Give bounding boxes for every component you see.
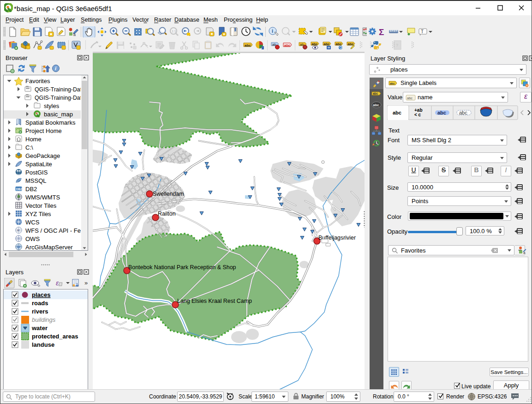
svg-text:Spatial Bookmarks: Spatial Bookmarks [25, 119, 76, 126]
svg-text:OWS: OWS [25, 235, 40, 242]
svg-text:abc: abc [437, 110, 446, 115]
svg-text:i: i [272, 28, 273, 34]
svg-text:Swellendam: Swellendam [153, 191, 184, 197]
svg-text:»: » [84, 279, 88, 286]
svg-text:MSSQL: MSSQL [25, 177, 47, 184]
svg-text:Favorites: Favorites [25, 78, 50, 84]
svg-text:abc: abc [324, 42, 330, 46]
svg-text:QGIS-Training-Data\s: QGIS-Training-Data\s [35, 95, 81, 101]
svg-text:Home: Home [25, 136, 42, 143]
svg-text:water: water [31, 325, 48, 332]
svg-text:a: a [73, 32, 76, 37]
svg-text:C:\: C:\ [25, 144, 33, 151]
svg-text:ArcGisMapServer: ArcGisMapServer [25, 244, 73, 251]
svg-text:Σ: Σ [379, 27, 384, 37]
svg-text:abc: abc [373, 92, 378, 95]
svg-text:Bontebok National Park Recepti: Bontebok National Park Reception & Shop [128, 264, 236, 271]
svg-text:?: ? [396, 43, 398, 48]
svg-text:DB2: DB2 [25, 186, 37, 193]
svg-text:landuse: landuse [32, 341, 54, 348]
svg-text:< c: < c [414, 112, 421, 117]
svg-text:abc: abc [245, 43, 251, 48]
svg-text:GeoPackage: GeoPackage [25, 152, 60, 159]
svg-text:WMS/WMTS: WMS/WMTS [25, 194, 60, 201]
svg-text:T: T [421, 29, 424, 34]
svg-text:abc: abc [284, 43, 291, 48]
svg-text:WCS: WCS [25, 219, 40, 226]
svg-text:styles: styles [44, 103, 60, 109]
svg-text:places: places [32, 291, 50, 298]
svg-text:XYZ Tiles: XYZ Tiles [25, 211, 51, 217]
svg-text:abc: abc [312, 42, 318, 46]
svg-text:a: a [523, 251, 526, 254]
svg-text:Project Home: Project Home [25, 127, 62, 134]
svg-text:abc: abc [459, 110, 467, 115]
svg-text:protected_areas: protected_areas [32, 333, 78, 340]
svg-text:PostGIS: PostGIS [25, 169, 48, 176]
svg-text:roads: roads [32, 300, 48, 307]
svg-text:QGIS-Training-Data\e: QGIS-Training-Data\e [35, 86, 81, 93]
svg-text:abc: abc [393, 110, 401, 115]
svg-text:DB2: DB2 [16, 187, 22, 191]
svg-text:WFS / OGC API - Feature: WFS / OGC API - Feature [25, 227, 81, 234]
svg-text:Railton: Railton [158, 211, 176, 217]
svg-text:W: W [17, 229, 20, 232]
svg-text:rivers: rivers [32, 308, 48, 315]
svg-text:Vector Tiles: Vector Tiles [25, 202, 57, 209]
svg-text:abc: abc [373, 103, 379, 107]
svg-text:abc: abc [390, 82, 395, 85]
svg-text:buildings: buildings [32, 316, 56, 323]
svg-text:basic_map: basic_map [44, 111, 73, 118]
svg-text:SpatiaLite: SpatiaLite [25, 161, 52, 168]
svg-text:abc: abc [336, 42, 342, 46]
svg-text:1:1: 1:1 [172, 30, 176, 33]
svg-text:ε: ε [56, 279, 59, 287]
svg-text:abc: abc [348, 42, 354, 46]
svg-text:abc: abc [407, 96, 412, 100]
svg-text:Lang Elsies Kraal Rest Camp: Lang Elsies Kraal Rest Camp [177, 298, 252, 304]
